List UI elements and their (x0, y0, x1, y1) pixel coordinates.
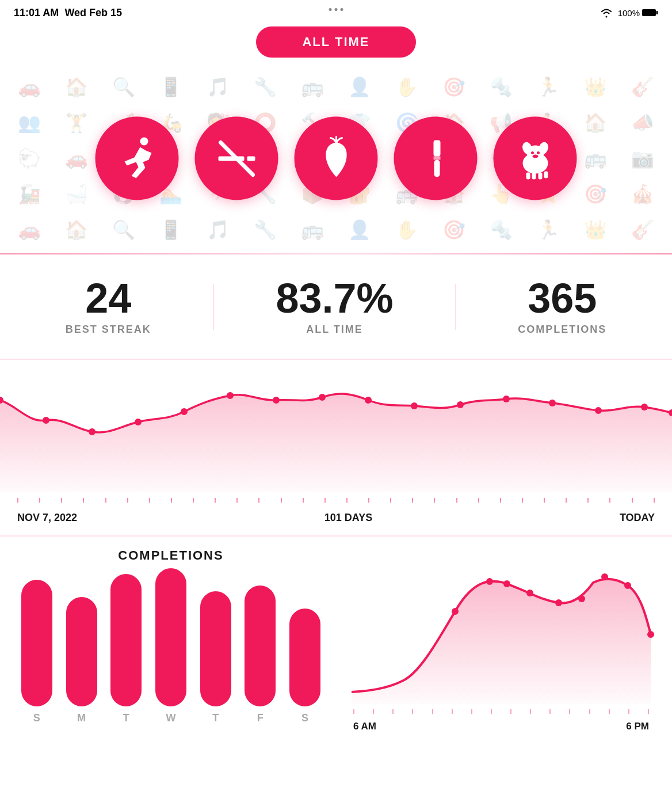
bg-icon: 🚂 (6, 176, 53, 212)
svg-point-32 (549, 400, 556, 406)
chart-end-label: TODAY (620, 512, 655, 524)
svg-point-23 (135, 419, 142, 425)
bg-icon: 🚌 (289, 212, 336, 248)
tick (544, 498, 545, 503)
tick (258, 498, 259, 503)
svg-rect-0 (642, 9, 656, 16)
bar-thursday (200, 591, 231, 706)
svg-rect-4 (247, 156, 255, 161)
bg-icon: 🎯 (572, 176, 619, 212)
bar-monday (66, 597, 97, 706)
habit-circle-no-smoking[interactable] (195, 117, 278, 200)
tick (281, 498, 282, 503)
svg-point-21 (43, 417, 49, 424)
bar-chart-section: COMPLETIONS S M T W T (17, 548, 324, 732)
bar-item-wednesday: W (155, 568, 186, 724)
tick (654, 498, 655, 503)
toothbrush-icon (413, 135, 459, 181)
bar-item-tuesday: T (110, 574, 142, 724)
bg-icon: 🎯 (430, 69, 478, 105)
weekly-bar-chart: S M T W T F S (17, 575, 324, 724)
bg-icon: 🔩 (478, 212, 525, 248)
habit-circle-healthy-eating[interactable] (295, 117, 378, 200)
bg-icon: 👤 (336, 212, 383, 248)
svg-point-25 (227, 392, 234, 399)
svg-point-29 (411, 402, 418, 409)
svg-point-31 (503, 396, 510, 402)
tick (17, 498, 18, 503)
bg-icon: 🔩 (478, 69, 525, 105)
tick (456, 498, 457, 503)
run-icon (114, 135, 160, 181)
all-time-button[interactable]: ALL TIME (256, 26, 415, 58)
bar-item-sunday: S (21, 580, 52, 724)
bg-icon: 🚌 (572, 140, 619, 176)
stat-divider-1 (213, 284, 214, 330)
three-dots-menu[interactable] (329, 8, 343, 11)
bg-icon: 📱 (147, 212, 194, 248)
habit-circle-pet-care[interactable] (494, 117, 577, 200)
tick (368, 498, 369, 503)
svg-point-2 (140, 137, 148, 145)
habit-circle-dental[interactable] (394, 117, 478, 200)
bg-icon: 🚗 (6, 69, 53, 105)
svg-rect-1 (656, 11, 658, 14)
svg-point-22 (89, 428, 96, 435)
tick (412, 498, 413, 503)
bar-item-friday: F (245, 586, 276, 724)
bar-item-saturday: S (289, 609, 320, 724)
bg-icon: 🚗 (6, 212, 53, 248)
svg-rect-19 (544, 171, 548, 178)
bar-label-tuesday: T (123, 712, 129, 724)
tick (105, 498, 106, 503)
bg-icon: 🚗 (53, 140, 100, 176)
bg-icon: 🏃 (525, 212, 572, 248)
bar-friday (245, 586, 276, 706)
best-streak-value: 24 (66, 277, 151, 319)
svg-point-40 (555, 599, 562, 606)
bar-wednesday (155, 568, 186, 706)
tick (522, 498, 523, 503)
svg-point-37 (486, 578, 493, 585)
tick (83, 498, 84, 503)
bg-icon: 📱 (147, 69, 194, 105)
bar-label-thursday: T (212, 712, 219, 724)
bg-icon: 👤 (336, 69, 383, 105)
tick (346, 498, 348, 503)
all-time-stat: 83.7% ALL TIME (276, 277, 393, 336)
status-time: 11:01 AM Wed Feb 15 (14, 7, 122, 19)
bar-item-thursday: T (200, 591, 231, 724)
bg-icon: 🏠 (53, 212, 100, 248)
habit-circles-row (96, 117, 577, 200)
bar-label-saturday: S (301, 712, 308, 724)
svg-point-15 (532, 154, 538, 158)
tick (587, 498, 589, 503)
svg-point-28 (365, 397, 372, 404)
tick (303, 498, 304, 503)
time-axis-labels: 6 AM 6 PM (348, 718, 655, 732)
time-start-label: 6 AM (353, 721, 376, 732)
tick (127, 498, 128, 503)
bg-icon: 🚌 (289, 69, 336, 105)
bg-icon: 🛁 (53, 176, 100, 212)
bar-label-sunday: S (33, 712, 40, 724)
bar-saturday (289, 609, 320, 706)
habit-circle-running[interactable] (96, 117, 179, 200)
svg-point-33 (595, 407, 602, 414)
bg-icon: 🐑 (6, 140, 53, 176)
bar-label-monday: M (77, 712, 86, 724)
bg-icon: 🏠 (572, 105, 619, 140)
carrot-icon (313, 135, 359, 181)
svg-point-34 (641, 404, 648, 410)
bottom-section: COMPLETIONS S M T W T (0, 537, 672, 744)
tick (609, 498, 610, 503)
bg-icon: 🎪 (619, 176, 666, 212)
bg-icon: 🏠 (53, 69, 100, 105)
bar-label-friday: F (257, 712, 264, 724)
tick (171, 498, 172, 503)
svg-point-39 (526, 590, 533, 596)
tick (500, 498, 501, 503)
best-streak-stat: 24 BEST STREAK (66, 277, 151, 336)
habits-hero-section: 🚗 🏠 🔍 📱 🎵 🔧 🚌 👤 ✋ 🎯 🔩 🏃 👑 🎸 👥 🏋 🎻 🛵 💇 ⭕ … (0, 63, 672, 253)
bg-icon: 👑 (572, 69, 619, 105)
